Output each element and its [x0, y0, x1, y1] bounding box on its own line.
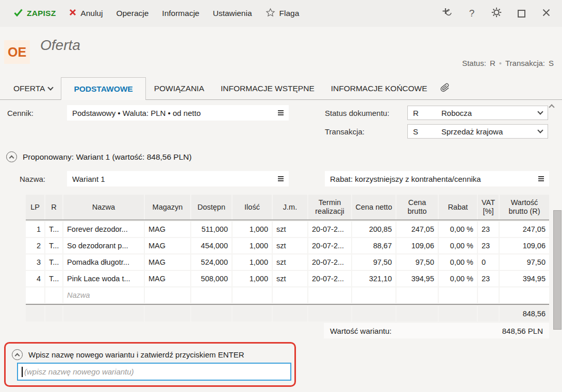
column-header[interactable]: Rabat — [439, 195, 477, 219]
tab-informacje-wstepne[interactable]: INFORMACJE WSTĘPNE — [212, 77, 323, 99]
cancel-button[interactable]: Anuluj — [62, 6, 109, 21]
tab-oferta[interactable]: OFERTA — [5, 77, 61, 99]
cell-magazyn[interactable]: MAG — [145, 271, 190, 286]
collapse-button[interactable] — [6, 151, 17, 162]
tab-informacje-koncowe[interactable]: INFORMACJE KOŃCOWE — [323, 77, 436, 99]
cell-rabat[interactable]: 0,00 % — [439, 254, 477, 270]
cell-lp[interactable]: 4 — [26, 271, 44, 286]
add-window-button[interactable] — [438, 5, 456, 22]
vertical-scrollbar-thumb[interactable] — [553, 210, 561, 330]
cell-ilosc[interactable]: 1,000 — [233, 254, 272, 270]
cell-wartosc-brutto[interactable]: 247,05 — [500, 221, 549, 237]
cell-r[interactable]: T... — [45, 238, 62, 253]
cell-cena-netto[interactable]: 321,10 — [352, 271, 395, 286]
cell-dostepn[interactable]: 454,000 — [191, 238, 232, 253]
table-row[interactable]: 4 T... Pink Lace woda t... MAG 508,000 1… — [26, 271, 549, 286]
column-header[interactable]: Ilość — [233, 195, 272, 219]
rabat-field[interactable]: Rabat: korzystniejszy z kontrahenta/cenn… — [325, 171, 549, 186]
cell-magazyn[interactable] — [145, 287, 190, 303]
cell-dostepn[interactable]: 508,000 — [191, 271, 232, 286]
cell-cena-brutto[interactable]: 247,05 — [396, 221, 438, 237]
cell-vat[interactable]: 23 — [478, 271, 499, 286]
column-header[interactable]: Magazyn — [145, 195, 190, 219]
cell-nazwa[interactable]: Pink Lace woda t... — [63, 271, 144, 286]
cell-dostepn[interactable]: 511,000 — [191, 221, 232, 237]
column-header[interactable]: Termin realizacji — [308, 195, 351, 219]
cennik-field[interactable]: Podstawowy • Waluta: PLN • od netto — [67, 105, 289, 121]
cell-r[interactable]: T... — [45, 271, 62, 286]
close-button[interactable] — [537, 5, 555, 22]
help-button[interactable]: ? — [463, 5, 481, 22]
cell-nazwa[interactable]: Pomadka długotr... — [63, 254, 144, 270]
cell-magazyn[interactable]: MAG — [145, 254, 190, 270]
cell-wartosc-brutto[interactable]: 109,06 — [500, 238, 549, 253]
cell-rabat[interactable]: 0,00 % — [439, 271, 477, 286]
cell-ilosc[interactable]: 1,000 — [233, 271, 272, 286]
cell-cena-netto[interactable] — [352, 287, 395, 303]
column-header[interactable]: VAT [%] — [478, 195, 499, 219]
menu-ustawienia[interactable]: Ustawienia — [206, 6, 259, 21]
cell-jm[interactable]: szt — [273, 254, 307, 270]
cell-wartosc-brutto[interactable]: 394,95 — [500, 271, 549, 286]
cell-jm[interactable]: szt — [273, 238, 307, 253]
settings-button[interactable] — [488, 5, 505, 22]
cell-termin[interactable]: 20-07-2... — [308, 271, 351, 286]
attachments-button[interactable] — [436, 77, 454, 99]
cell-vat[interactable]: 0 — [478, 254, 499, 270]
cell-termin[interactable] — [308, 287, 351, 303]
cell-r[interactable]: T... — [45, 221, 62, 237]
cell-ilosc[interactable] — [233, 287, 272, 303]
cell-nazwa[interactable]: Forever dezodor... — [63, 221, 144, 237]
collapse-button[interactable] — [12, 349, 23, 360]
new-variant-input[interactable] — [23, 364, 290, 380]
new-item-row[interactable]: Nazwa — [26, 287, 549, 303]
cell-cena-brutto[interactable]: 109,06 — [396, 238, 438, 253]
transakcja-select[interactable]: S Sprzedaż krajowa — [407, 124, 548, 139]
cell-vat[interactable]: 23 — [478, 221, 499, 237]
cell-magazyn[interactable]: MAG — [145, 238, 190, 253]
nazwa-field[interactable]: Wariant 1 — [67, 171, 289, 186]
status-dokumentu-select[interactable]: R Robocza — [407, 106, 548, 120]
cell-r[interactable] — [45, 287, 62, 303]
cell-jm[interactable]: szt — [273, 221, 307, 237]
cell-rabat[interactable]: 0,00 % — [439, 221, 477, 237]
column-header[interactable]: Cena netto — [352, 195, 395, 219]
cell-rabat[interactable] — [439, 287, 477, 303]
new-item-nazwa-input[interactable]: Nazwa — [63, 287, 144, 303]
tab-powiazania[interactable]: POWIĄZANIA — [146, 77, 212, 99]
cell-wartosc-brutto[interactable] — [500, 287, 549, 303]
maximize-button[interactable] — [513, 5, 530, 22]
cell-wartosc-brutto[interactable]: 97,50 — [500, 254, 549, 270]
cell-lp[interactable]: 3 — [26, 254, 44, 270]
column-header[interactable]: J.m. — [273, 195, 307, 219]
column-header[interactable]: R — [45, 195, 62, 219]
cell-vat[interactable]: 23 — [478, 238, 499, 253]
cell-cena-brutto[interactable]: 97,50 — [396, 254, 438, 270]
column-header[interactable]: LP — [26, 195, 44, 219]
cell-termin[interactable]: 20-07-2... — [308, 221, 351, 237]
cell-jm[interactable] — [273, 287, 307, 303]
column-header[interactable]: Cena brutto — [396, 195, 438, 219]
cell-cena-netto[interactable]: 200,85 — [352, 221, 395, 237]
menu-operacje[interactable]: Operacje — [109, 6, 155, 21]
cell-lp[interactable]: 2 — [26, 238, 44, 253]
cell-jm[interactable]: szt — [273, 271, 307, 286]
table-row[interactable]: 1 T... Forever dezodor... MAG 511,000 1,… — [26, 221, 549, 237]
menu-informacje[interactable]: Informacje — [155, 6, 206, 21]
table-row[interactable]: 2 T... So dezodorant p... MAG 454,000 1,… — [26, 238, 549, 253]
table-row[interactable]: 3 T... Pomadka długotr... MAG 524,000 1,… — [26, 254, 549, 270]
cell-r[interactable]: T... — [45, 254, 62, 270]
cell-termin[interactable]: 20-07-2... — [308, 238, 351, 253]
cell-cena-netto[interactable]: 88,67 — [352, 238, 395, 253]
cell-dostepn[interactable] — [191, 287, 232, 303]
cell-vat[interactable] — [478, 287, 499, 303]
column-header[interactable]: Wartość brutto (R) — [500, 195, 549, 219]
cell-cena-brutto[interactable] — [396, 287, 438, 303]
cell-lp[interactable]: 1 — [26, 221, 44, 237]
column-header[interactable]: Dostępn — [191, 195, 232, 219]
cell-termin[interactable]: 20-07-2... — [308, 254, 351, 270]
cell-cena-netto[interactable]: 97,50 — [352, 254, 395, 270]
cell-magazyn[interactable]: MAG — [145, 221, 190, 237]
flag-button[interactable]: Flaga — [259, 5, 306, 23]
cell-dostepn[interactable]: 524,000 — [191, 254, 232, 270]
